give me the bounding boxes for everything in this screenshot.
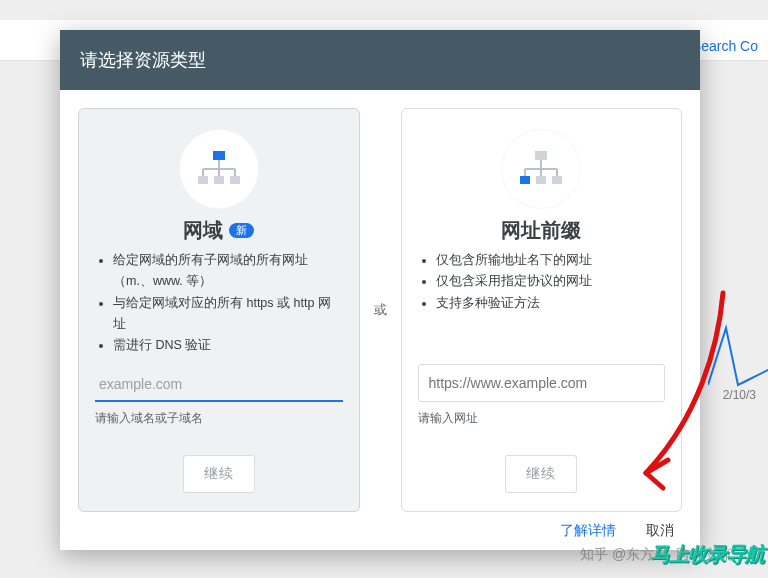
property-type-dialog: 请选择资源类型 网域 新: [60, 30, 700, 550]
new-badge: 新: [229, 223, 254, 238]
list-item: 支持多种验证方法: [436, 293, 666, 314]
card-domain-title: 网域: [183, 217, 223, 244]
url-prefix-helper-text: 请输入网址: [418, 410, 666, 427]
svg-rect-15: [520, 176, 530, 184]
dialog-title: 请选择资源类型: [60, 30, 700, 90]
domain-input[interactable]: [95, 368, 343, 402]
svg-rect-0: [213, 151, 225, 160]
svg-rect-9: [535, 151, 547, 160]
bg-search-console-label: Search Co: [692, 38, 758, 54]
dialog-footer: 了解详情 取消: [60, 516, 700, 550]
svg-rect-7: [214, 176, 224, 184]
domain-continue-button[interactable]: 继续: [183, 455, 255, 493]
list-item: 仅包含所输地址名下的网址: [436, 250, 666, 271]
url-prefix-input[interactable]: [418, 364, 666, 402]
card-prefix-bullets: 仅包含所输地址名下的网址 仅包含采用指定协议的网址 支持多种验证方法: [418, 250, 666, 314]
bg-date-tick: 2/10/3: [723, 388, 756, 402]
list-item: 需进行 DNS 验证: [113, 335, 343, 356]
domain-helper-text: 请输入域名或子域名: [95, 410, 343, 427]
dialog-body: 网域 新 给定网域的所有子网域的所有网址（m.、www. 等） 与给定网域对应的…: [60, 90, 700, 516]
sitemap-prefix-icon: [501, 129, 581, 209]
list-item: 给定网域的所有子网域的所有网址（m.、www. 等）: [113, 250, 343, 293]
cancel-button[interactable]: 取消: [646, 522, 674, 540]
svg-rect-6: [198, 176, 208, 184]
card-prefix-title-row: 网址前缀: [501, 217, 581, 244]
url-prefix-continue-button[interactable]: 继续: [505, 455, 577, 493]
card-domain[interactable]: 网域 新 给定网域的所有子网域的所有网址（m.、www. 等） 与给定网域对应的…: [78, 108, 360, 512]
card-url-prefix[interactable]: 网址前缀 仅包含所输地址名下的网址 仅包含采用指定协议的网址 支持多种验证方法 …: [401, 108, 683, 512]
card-domain-bullets: 给定网域的所有子网域的所有网址（m.、www. 等） 与给定网域对应的所有 ht…: [95, 250, 343, 356]
svg-rect-17: [552, 176, 562, 184]
or-separator: 或: [374, 301, 387, 319]
sitemap-domain-icon: [179, 129, 259, 209]
list-item: 仅包含采用指定协议的网址: [436, 271, 666, 292]
svg-rect-8: [230, 176, 240, 184]
card-domain-title-row: 网域 新: [183, 217, 254, 244]
learn-more-link[interactable]: 了解详情: [560, 522, 616, 540]
card-prefix-title: 网址前缀: [501, 217, 581, 244]
svg-rect-16: [536, 176, 546, 184]
list-item: 与给定网域对应的所有 https 或 http 网址: [113, 293, 343, 336]
